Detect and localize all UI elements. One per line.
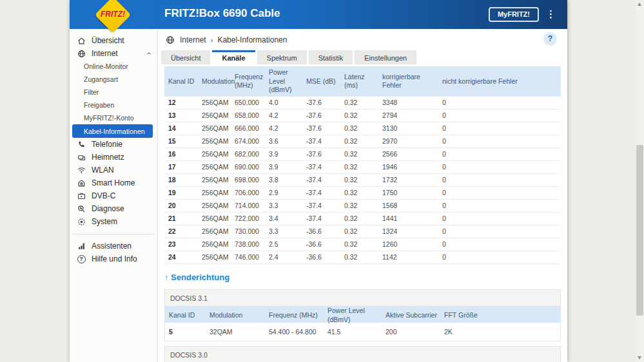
table-cell: 19 bbox=[164, 189, 198, 196]
table-cell: 3348 bbox=[378, 99, 438, 106]
globe-icon bbox=[166, 35, 175, 44]
sidebar-item-hilfe[interactable]: ? Hilfe und Info bbox=[70, 252, 157, 265]
column-header: Modulation bbox=[198, 77, 231, 86]
sidebar-item-label: Diagnose bbox=[92, 204, 124, 213]
table-cell: 1750 bbox=[378, 189, 438, 196]
table-cell: 0.32 bbox=[340, 163, 378, 171]
phone-icon bbox=[77, 140, 86, 149]
table-cell: 0 bbox=[438, 111, 561, 119]
help-icon: ? bbox=[77, 254, 86, 263]
table-cell: 256QAM bbox=[198, 137, 231, 145]
sidebar-item-internet[interactable]: Internet bbox=[70, 47, 157, 60]
scrollbar-thumb[interactable] bbox=[636, 145, 643, 316]
sidebar-subitem-myfritz-konto[interactable]: MyFRITZ!-Konto bbox=[70, 111, 157, 124]
table-cell: 0 bbox=[438, 124, 561, 132]
sidebar-subitem-freigaben[interactable]: Freigaben bbox=[70, 99, 157, 111]
upstream-section-heading: ↑ Senderichtung bbox=[164, 272, 561, 282]
table-cell: 4.0 bbox=[265, 99, 302, 106]
table-cell: 0 bbox=[438, 163, 561, 171]
table-cell: 706.000 bbox=[231, 189, 265, 196]
column-header: Aktive Subcarrier bbox=[382, 311, 440, 320]
table-cell: 722.000 bbox=[231, 214, 265, 222]
channels-panel: Kanal IDModulationFrequenz (MHz)Power Le… bbox=[158, 66, 567, 362]
table-cell: 54.400 - 64.800 bbox=[265, 328, 324, 336]
table-cell: 0 bbox=[438, 189, 561, 196]
sidebar-item-label: Assistenten bbox=[92, 242, 132, 251]
sidebar-item-label: Übersicht bbox=[92, 36, 124, 45]
sidebar-item-wlan[interactable]: WLAN bbox=[70, 164, 157, 176]
page-scrollbar[interactable] bbox=[636, 0, 644, 362]
table-row: 22256QAM730.0003.3-36.60.3213240 bbox=[164, 225, 561, 238]
tab-kanaele[interactable]: Kanäle bbox=[212, 50, 255, 64]
table-cell: 0.32 bbox=[340, 124, 378, 132]
tab-einstellungen[interactable]: Einstellungen bbox=[355, 50, 416, 64]
table-cell: 1441 bbox=[378, 214, 438, 222]
sidebar-item-diagnose[interactable]: Diagnose bbox=[70, 202, 157, 215]
table-cell: 1946 bbox=[378, 163, 438, 171]
column-header: Kanal ID bbox=[165, 311, 206, 320]
docsis31-group-label: DOCSIS 3.1 bbox=[165, 290, 560, 307]
downstream-table: Kanal IDModulationFrequenz (MHz)Power Le… bbox=[164, 66, 561, 264]
tab-bar: Übersicht Kanäle Spektrum Statistik Eins… bbox=[158, 50, 567, 64]
table-cell: 256QAM bbox=[198, 214, 231, 222]
table-row: 24256QAM746.0002.4-36.60.3211420 bbox=[164, 251, 561, 264]
tab-spektrum[interactable]: Spektrum bbox=[257, 50, 307, 64]
sidebar-item-system[interactable]: System bbox=[70, 215, 157, 228]
sidebar-subitem-kabel-informationen[interactable]: Kabel-Informationen bbox=[72, 124, 153, 138]
table-cell: 32QAM bbox=[206, 328, 265, 336]
table-cell: 17 bbox=[164, 163, 198, 171]
table-cell: 0.32 bbox=[340, 240, 378, 248]
chevron-up-icon[interactable] bbox=[146, 50, 152, 57]
table-cell: 1260 bbox=[378, 240, 438, 248]
table-cell: 738.000 bbox=[231, 240, 265, 248]
table-cell: 0.32 bbox=[340, 227, 378, 235]
help-button[interactable]: ? bbox=[543, 32, 557, 46]
breadcrumb-parent[interactable]: Internet bbox=[180, 35, 206, 44]
scroll-down-icon[interactable] bbox=[638, 356, 641, 359]
table-cell: 41.5 bbox=[324, 328, 382, 336]
table-cell: 690.000 bbox=[231, 163, 265, 171]
tab-statistik[interactable]: Statistik bbox=[309, 50, 353, 64]
fritz-logo[interactable]: FRITZ! bbox=[95, 0, 130, 32]
table-cell: 256QAM bbox=[198, 111, 231, 119]
sidebar-item-heimnetz[interactable]: Heimnetz bbox=[70, 151, 157, 164]
table-row: 15256QAM674.0003.6-37.40.3229700 bbox=[164, 135, 561, 148]
globe-icon bbox=[77, 49, 86, 58]
tab-uebersicht[interactable]: Übersicht bbox=[161, 50, 210, 64]
overflow-menu-icon[interactable]: ⋮ bbox=[546, 8, 556, 21]
sidebar-item-smart-home[interactable]: Smart Home bbox=[70, 176, 157, 189]
home-icon bbox=[77, 36, 86, 45]
diagnose-icon bbox=[77, 204, 86, 213]
table-cell: -37.4 bbox=[302, 137, 340, 145]
table-cell: 256QAM bbox=[198, 176, 231, 184]
sidebar-item-uebersicht[interactable]: Übersicht bbox=[70, 34, 157, 47]
column-header: FFT Größe bbox=[440, 311, 560, 320]
wifi-icon bbox=[77, 166, 86, 175]
sidebar-subitem-filter[interactable]: Filter bbox=[70, 86, 157, 99]
table-cell: 2K bbox=[440, 328, 560, 336]
table-cell: 256QAM bbox=[198, 227, 231, 235]
downstream-table-header: Kanal IDModulationFrequenz (MHz)Power Le… bbox=[164, 66, 561, 97]
table-cell: -37.4 bbox=[302, 163, 340, 171]
scroll-up-icon[interactable] bbox=[638, 3, 641, 6]
sidebar-item-dvb-c[interactable]: DVB-C bbox=[70, 189, 157, 202]
table-cell: 3130 bbox=[378, 124, 438, 132]
myfritz-button[interactable]: MyFRITZ! bbox=[489, 7, 539, 22]
table-cell: -37.6 bbox=[302, 124, 340, 132]
table-cell: 0 bbox=[438, 176, 561, 184]
table-row: 17256QAM690.0003.9-37.40.3219460 bbox=[164, 161, 561, 174]
table-cell: 4.2 bbox=[265, 111, 302, 119]
table-cell: 256QAM bbox=[198, 253, 231, 261]
table-cell: 0 bbox=[438, 240, 561, 248]
column-header: Modulation bbox=[206, 311, 265, 320]
table-row: 23256QAM738.0002.5-36.60.3212600 bbox=[164, 238, 561, 251]
table-cell: 3.6 bbox=[265, 137, 302, 145]
sidebar-item-label: System bbox=[92, 217, 117, 226]
sidebar-item-assistenten[interactable]: Assistenten bbox=[70, 240, 157, 252]
top-bar: FRITZ! FRITZ!Box 6690 Cable MyFRITZ! ⋮ bbox=[70, 0, 567, 29]
sidebar-subitem-online-monitor[interactable]: Online-Monitor bbox=[70, 60, 157, 73]
sidebar-subitem-zugangsart[interactable]: Zugangsart bbox=[70, 73, 157, 86]
sidebar-item-telefonie[interactable]: Telefonie bbox=[70, 138, 157, 151]
column-header: Frequenz (MHz) bbox=[265, 311, 324, 320]
table-cell: 3.3 bbox=[265, 202, 302, 209]
